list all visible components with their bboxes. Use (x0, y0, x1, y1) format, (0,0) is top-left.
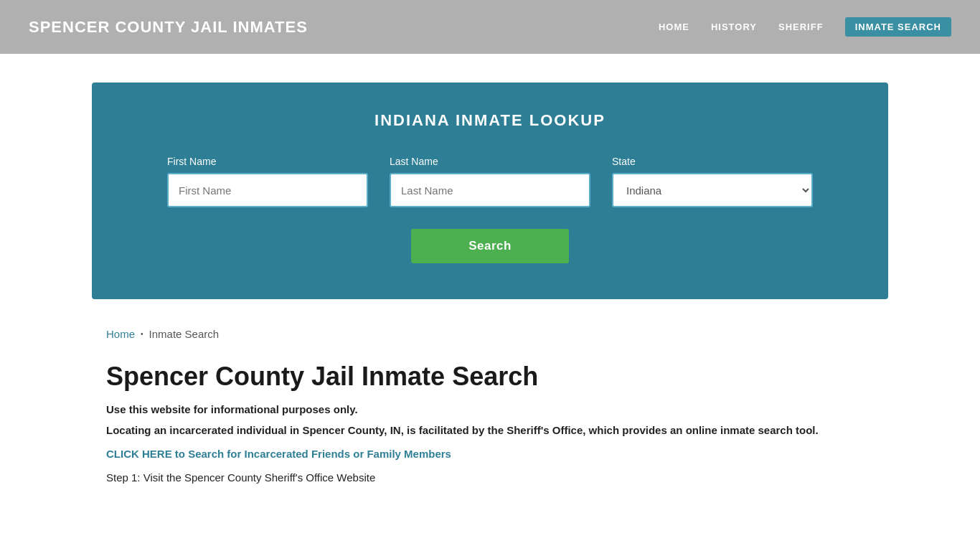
site-header: SPENCER COUNTY JAIL INMATES HOME HISTORY… (0, 0, 980, 54)
search-button[interactable]: Search (411, 229, 569, 263)
breadcrumb-home-link[interactable]: Home (106, 328, 135, 340)
main-nav: HOME HISTORY SHERIFF INMATE SEARCH (659, 17, 951, 37)
nav-sheriff[interactable]: SHERIFF (778, 22, 824, 32)
search-button-row: Search (135, 229, 845, 263)
last-name-label: Last Name (390, 156, 590, 167)
last-name-input[interactable] (390, 173, 590, 207)
step-1-text: Step 1: Visit the Spencer County Sheriff… (106, 471, 874, 484)
nav-inmate-search[interactable]: INMATE SEARCH (845, 17, 951, 37)
click-here-link[interactable]: CLICK HERE to Search for Incarcerated Fr… (106, 448, 874, 460)
lookup-title: INDIANA INMATE LOOKUP (135, 111, 845, 130)
inmate-lookup-panel: INDIANA INMATE LOOKUP First Name Last Na… (92, 83, 888, 299)
last-name-field-group: Last Name (390, 156, 590, 207)
nav-home[interactable]: HOME (659, 22, 689, 32)
search-fields-row: First Name Last Name State Indiana (135, 156, 845, 207)
state-select[interactable]: Indiana (612, 173, 813, 207)
first-name-label: First Name (167, 156, 368, 167)
first-name-field-group: First Name (167, 156, 368, 207)
page-title: Spencer County Jail Inmate Search (106, 362, 874, 392)
breadcrumb-current: Inmate Search (149, 328, 220, 340)
state-field-group: State Indiana (612, 156, 813, 207)
breadcrumb: Home • Inmate Search (92, 328, 888, 340)
first-name-input[interactable] (167, 173, 368, 207)
site-title: SPENCER COUNTY JAIL INMATES (29, 18, 308, 37)
info-line-1: Use this website for informational purpo… (106, 403, 874, 415)
breadcrumb-separator: • (141, 330, 143, 338)
nav-history[interactable]: HISTORY (711, 22, 757, 32)
state-label: State (612, 156, 813, 167)
info-line-2: Locating an incarcerated individual in S… (106, 424, 874, 436)
page-content: Spencer County Jail Inmate Search Use th… (92, 362, 888, 512)
